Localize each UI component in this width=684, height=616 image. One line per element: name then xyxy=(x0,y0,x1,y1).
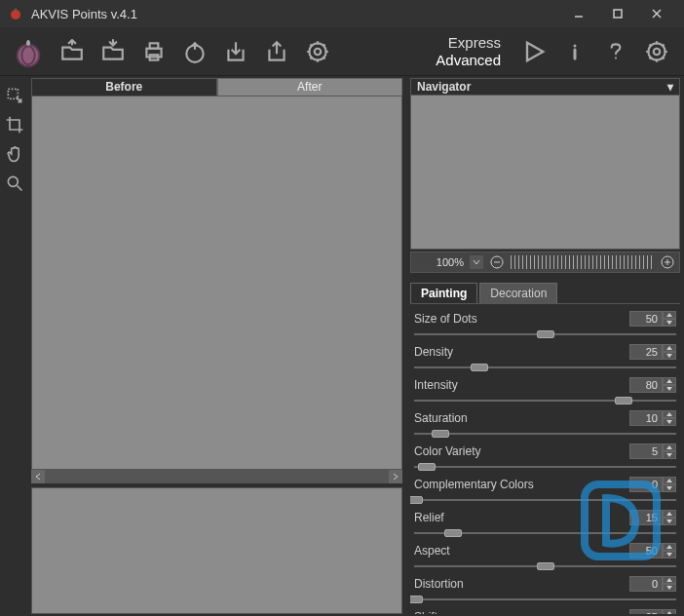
collapse-icon[interactable]: ▾ xyxy=(667,80,673,94)
param-value-input[interactable]: 25 xyxy=(629,609,663,614)
param-value-input[interactable]: 10 xyxy=(629,410,663,426)
param-label: Intensity xyxy=(414,378,629,392)
spinner-up-icon[interactable] xyxy=(663,477,676,484)
svg-point-17 xyxy=(654,48,661,55)
navigator-header[interactable]: Navigator ▾ xyxy=(410,78,680,96)
spinner-down-icon[interactable] xyxy=(663,319,676,327)
spinner-up-icon[interactable] xyxy=(663,377,676,385)
spinner-up-icon[interactable] xyxy=(663,443,676,451)
spinner-down-icon[interactable] xyxy=(663,385,676,393)
param-spinner[interactable] xyxy=(663,311,676,327)
param-spinner[interactable] xyxy=(663,344,676,360)
navigator-view[interactable] xyxy=(410,96,680,250)
param-spinner[interactable] xyxy=(663,543,676,558)
minimize-button[interactable] xyxy=(559,0,598,27)
param-slider[interactable] xyxy=(414,561,676,571)
quick-preview-tool[interactable] xyxy=(1,82,28,109)
param-value-input[interactable]: 50 xyxy=(629,543,663,558)
spinner-down-icon[interactable] xyxy=(663,584,676,592)
spinner-down-icon[interactable] xyxy=(663,352,676,360)
param-slider[interactable] xyxy=(414,363,676,372)
print-button[interactable] xyxy=(134,32,173,71)
info-button[interactable] xyxy=(555,32,594,71)
share-button[interactable] xyxy=(175,32,214,71)
close-button[interactable] xyxy=(637,0,676,27)
svg-point-13 xyxy=(574,44,577,47)
param-spinner[interactable] xyxy=(663,443,676,459)
spinner-up-icon[interactable] xyxy=(663,311,676,319)
param-slider[interactable] xyxy=(414,595,676,604)
export-preset-button[interactable] xyxy=(257,32,296,71)
scroll-right-icon[interactable] xyxy=(389,470,402,483)
spinner-up-icon[interactable] xyxy=(663,510,676,518)
zoom-out-icon[interactable] xyxy=(489,254,505,270)
help-button[interactable] xyxy=(596,32,635,71)
param-spinner[interactable] xyxy=(663,477,676,492)
spinner-down-icon[interactable] xyxy=(663,518,676,525)
svg-line-20 xyxy=(18,186,22,191)
param-slider[interactable] xyxy=(414,462,676,472)
param-spinner[interactable] xyxy=(663,609,676,614)
spinner-down-icon[interactable] xyxy=(663,451,676,459)
param-value-input[interactable]: 0 xyxy=(629,576,663,592)
image-tabs: Before After xyxy=(31,78,402,96)
param-label: Relief xyxy=(414,511,629,524)
param-value-input[interactable]: 50 xyxy=(629,311,663,327)
hand-tool[interactable] xyxy=(1,140,28,168)
param-value-input[interactable]: 5 xyxy=(629,443,663,459)
param-value-input[interactable]: 80 xyxy=(629,377,663,393)
maximize-button[interactable] xyxy=(598,0,637,27)
param-value-input[interactable]: 15 xyxy=(629,510,663,525)
param-value-input[interactable]: 0 xyxy=(629,477,663,492)
save-button[interactable] xyxy=(94,32,133,71)
spinner-down-icon[interactable] xyxy=(663,484,676,492)
spinner-up-icon[interactable] xyxy=(663,609,676,614)
mode-express[interactable]: Express xyxy=(432,34,505,52)
tab-decoration[interactable]: Decoration xyxy=(479,283,557,303)
zoom-tool[interactable] xyxy=(1,170,28,197)
spinner-up-icon[interactable] xyxy=(663,543,676,551)
titlebar: AKVIS Points v.4.1 xyxy=(0,0,684,27)
param-slider[interactable] xyxy=(414,528,676,538)
param-slider[interactable] xyxy=(414,396,676,405)
preview-strip xyxy=(31,487,402,614)
run-button[interactable] xyxy=(514,32,553,71)
spinner-up-icon[interactable] xyxy=(663,344,676,352)
scroll-left-icon[interactable] xyxy=(31,470,45,483)
horizontal-scrollbar[interactable] xyxy=(31,470,402,483)
param-spinner[interactable] xyxy=(663,576,676,592)
mode-advanced[interactable]: Advanced xyxy=(432,52,505,69)
zoom-dropdown[interactable] xyxy=(470,255,483,269)
tab-before[interactable]: Before xyxy=(31,78,217,96)
spinner-down-icon[interactable] xyxy=(663,418,676,426)
spinner-up-icon[interactable] xyxy=(663,410,676,418)
open-button[interactable] xyxy=(53,32,92,71)
tab-painting[interactable]: Painting xyxy=(410,283,477,303)
svg-point-12 xyxy=(315,48,322,55)
param-spinner[interactable] xyxy=(663,410,676,426)
param-spinner[interactable] xyxy=(663,510,676,525)
mode-switch[interactable]: Express Advanced xyxy=(432,34,505,69)
spinner-up-icon[interactable] xyxy=(663,576,676,584)
param-intensity: Intensity 80 xyxy=(414,376,676,405)
param-value-input[interactable]: 25 xyxy=(629,344,663,360)
param-spinner[interactable] xyxy=(663,377,676,393)
param-label: Color Variety xyxy=(414,444,629,458)
import-preset-button[interactable] xyxy=(216,32,255,71)
left-toolbar xyxy=(0,76,29,616)
spinner-down-icon[interactable] xyxy=(663,551,676,558)
crop-tool[interactable] xyxy=(1,111,28,138)
param-slider[interactable] xyxy=(414,429,676,439)
canvas[interactable] xyxy=(31,96,402,470)
zoom-in-icon[interactable] xyxy=(660,254,675,270)
param-label: Shift xyxy=(414,610,629,614)
batch-button[interactable] xyxy=(298,32,337,71)
main-area: Before After Navigator ▾ 100% Painting D… xyxy=(0,76,684,616)
parameter-tabs: Painting Decoration xyxy=(410,283,680,304)
param-slider[interactable] xyxy=(414,329,676,339)
settings-button[interactable] xyxy=(637,32,676,71)
param-slider[interactable] xyxy=(414,495,676,505)
zoom-slider[interactable] xyxy=(511,255,654,269)
onion-icon[interactable] xyxy=(6,32,51,71)
tab-after[interactable]: After xyxy=(217,78,403,96)
